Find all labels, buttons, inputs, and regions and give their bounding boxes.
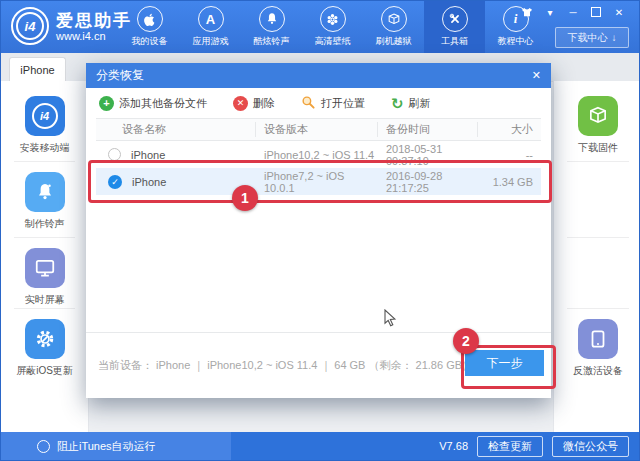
sidebar-divider bbox=[567, 237, 629, 238]
modal-title: 分类恢复 bbox=[96, 67, 144, 84]
refresh-button[interactable]: ↻ 刷新 bbox=[391, 96, 431, 111]
sidebar-divider bbox=[567, 161, 629, 162]
main-nav: 我的设备 A 应用游戏 酷炫铃声 高清壁纸 bbox=[119, 1, 546, 53]
restore-modal: 分类恢复 ✕ + 添加其他备份文件 ✕ 删除 打开位置 ↻ 刷新 bbox=[86, 63, 551, 398]
toggle-circle-icon bbox=[37, 440, 50, 453]
next-step-button[interactable]: 下一步 bbox=[465, 350, 544, 376]
annotation-badge-step2: 2 bbox=[453, 328, 479, 354]
radio-selected-icon[interactable]: ✓ bbox=[108, 175, 122, 189]
info-glyph: i bbox=[514, 11, 518, 27]
nav-item-apps-games[interactable]: A 应用游戏 bbox=[180, 1, 241, 53]
current-device-status: 当前设备： iPhone ｜ iPhone10,2 ~ iOS 11.4 ｜ 6… bbox=[98, 358, 473, 373]
jailbreak-box-icon bbox=[381, 6, 407, 32]
i4-logo-badge: i4 bbox=[16, 12, 44, 40]
sidebar-item-download-firmware[interactable]: 下载固件 bbox=[554, 96, 640, 155]
col-header-backup-time: 备份时间 bbox=[378, 122, 478, 137]
annotation-badge-step1: 1 bbox=[232, 185, 258, 211]
sidebar-item-label: 制作铃声 bbox=[25, 217, 65, 231]
right-sidebar: 下载固件 反激活设备 bbox=[553, 81, 640, 432]
version-label: V7.68 bbox=[439, 440, 468, 452]
add-backup-button[interactable]: + 添加其他备份文件 bbox=[99, 96, 207, 111]
refresh-label: 刷新 bbox=[409, 96, 431, 111]
nav-label: 工具箱 bbox=[441, 35, 468, 48]
i4-mini-badge: i4 bbox=[32, 103, 58, 129]
modal-footer: 当前设备： iPhone ｜ iPhone10,2 ~ iOS 11.4 ｜ 6… bbox=[86, 332, 551, 398]
nav-item-flash-jailbreak[interactable]: 刷机越狱 bbox=[363, 1, 424, 53]
monitor-icon bbox=[25, 248, 65, 288]
nav-item-toolbox[interactable]: 工具箱 bbox=[424, 1, 485, 53]
delete-button[interactable]: ✕ 删除 bbox=[233, 96, 275, 111]
nav-label: 刷机越狱 bbox=[376, 35, 412, 48]
modal-close-icon[interactable]: ✕ bbox=[532, 69, 541, 82]
backup-time: 2016-09-28 21:17:25 bbox=[378, 170, 478, 194]
open-location-button[interactable]: 打开位置 bbox=[301, 95, 365, 112]
tools-icon bbox=[442, 6, 468, 32]
device-version: iPhone7,2 ~ iOS 10.0.1 bbox=[256, 170, 378, 194]
table-row-selected[interactable]: ✓ iPhone iPhone7,2 ~ iOS 10.0.1 2016-09-… bbox=[96, 168, 541, 195]
sidebar-item-install-mobile[interactable]: i4 安装移动端 bbox=[1, 96, 88, 155]
add-backup-label: 添加其他备份文件 bbox=[119, 96, 207, 111]
radio-unselected-icon[interactable] bbox=[108, 148, 121, 161]
modal-titlebar: 分类恢复 ✕ bbox=[86, 63, 551, 88]
sidebar-item-label: 反激活设备 bbox=[573, 364, 623, 378]
menu-caret-icon[interactable]: ▾ bbox=[544, 6, 556, 18]
skin-icon[interactable] bbox=[521, 6, 533, 18]
table-row[interactable]: iPhone iPhone10,2 ~ iOS 11.4 2018-05-31 … bbox=[96, 141, 541, 168]
backup-size: 1.34 GB bbox=[478, 176, 541, 188]
col-header-device-version: 设备版本 bbox=[256, 122, 378, 137]
sidebar-item-label: 屏蔽iOS更新 bbox=[16, 364, 73, 378]
app-header: i4 爱思助手 www.i4.cn 我的设备 A 应用游戏 bbox=[1, 1, 639, 53]
open-location-label: 打开位置 bbox=[321, 96, 365, 111]
deactivate-device-icon bbox=[578, 319, 618, 359]
bell-icon bbox=[259, 6, 285, 32]
maximize-glyph bbox=[591, 7, 601, 17]
sidebar-item-make-ringtone[interactable]: 制作铃声 bbox=[1, 172, 88, 231]
delete-label: 删除 bbox=[253, 96, 275, 111]
gear-block-icon bbox=[25, 319, 65, 359]
block-itunes-label: 阻止iTunes自动运行 bbox=[57, 439, 156, 454]
table-header-row: 设备名称 设备版本 备份时间 大小 bbox=[96, 118, 541, 141]
apple-icon bbox=[137, 6, 163, 32]
i4-app-icon: i4 bbox=[25, 96, 65, 136]
sidebar-divider bbox=[567, 308, 629, 309]
maximize-icon[interactable] bbox=[590, 6, 602, 18]
flower-icon bbox=[320, 6, 346, 32]
bottom-bar-right: V7.68 检查更新 微信公众号 bbox=[439, 436, 639, 457]
minimize-icon[interactable]: ─ bbox=[567, 6, 579, 18]
app-logo: i4 爱思助手 www.i4.cn bbox=[11, 7, 132, 45]
nav-item-my-devices[interactable]: 我的设备 bbox=[119, 1, 180, 53]
backup-table: 设备名称 设备版本 备份时间 大小 iPhone iPhone10,2 ~ iO… bbox=[96, 118, 541, 195]
col-header-size: 大小 bbox=[478, 122, 541, 137]
nav-label: 我的设备 bbox=[132, 35, 168, 48]
nav-item-ringtones[interactable]: 酷炫铃声 bbox=[241, 1, 302, 53]
tab-iphone[interactable]: iPhone bbox=[9, 57, 66, 82]
device-name: iPhone bbox=[132, 176, 166, 188]
wechat-account-button[interactable]: 微信公众号 bbox=[552, 436, 629, 457]
backup-size: -- bbox=[478, 149, 541, 161]
sidebar-item-label: 实时屏幕 bbox=[25, 293, 65, 307]
download-center-button[interactable]: 下载中心 ↓ bbox=[555, 27, 629, 48]
nav-label: 高清壁纸 bbox=[315, 35, 351, 48]
i4-logo-icon: i4 bbox=[11, 7, 49, 45]
sidebar-item-live-screen[interactable]: 实时屏幕 bbox=[1, 248, 88, 307]
sidebar-item-label: 下载固件 bbox=[578, 141, 618, 155]
nav-item-wallpapers[interactable]: 高清壁纸 bbox=[302, 1, 363, 53]
delete-icon: ✕ bbox=[233, 96, 248, 111]
check-update-button[interactable]: 检查更新 bbox=[477, 436, 543, 457]
sidebar-item-deactivate-device[interactable]: 反激活设备 bbox=[554, 319, 640, 378]
download-center-label: 下载中心 bbox=[568, 31, 608, 45]
left-sidebar: i4 安装移动端 制作铃声 实时屏幕 屏蔽iOS更新 bbox=[1, 81, 89, 432]
sidebar-divider bbox=[14, 161, 75, 162]
download-icon: ↓ bbox=[612, 32, 617, 43]
col-header-device-name: 设备名称 bbox=[96, 122, 256, 137]
close-icon[interactable]: ✕ bbox=[613, 6, 625, 18]
nav-label: 酷炫铃声 bbox=[254, 35, 290, 48]
sidebar-divider bbox=[14, 308, 75, 309]
sidebar-item-block-ios-update[interactable]: 屏蔽iOS更新 bbox=[1, 319, 88, 378]
block-itunes-toggle[interactable]: 阻止iTunes自动运行 bbox=[1, 432, 231, 460]
add-icon: + bbox=[99, 96, 114, 111]
sidebar-divider bbox=[14, 237, 75, 238]
nav-label: 应用游戏 bbox=[193, 35, 229, 48]
appstore-icon: A bbox=[198, 6, 224, 32]
refresh-icon: ↻ bbox=[391, 96, 404, 111]
